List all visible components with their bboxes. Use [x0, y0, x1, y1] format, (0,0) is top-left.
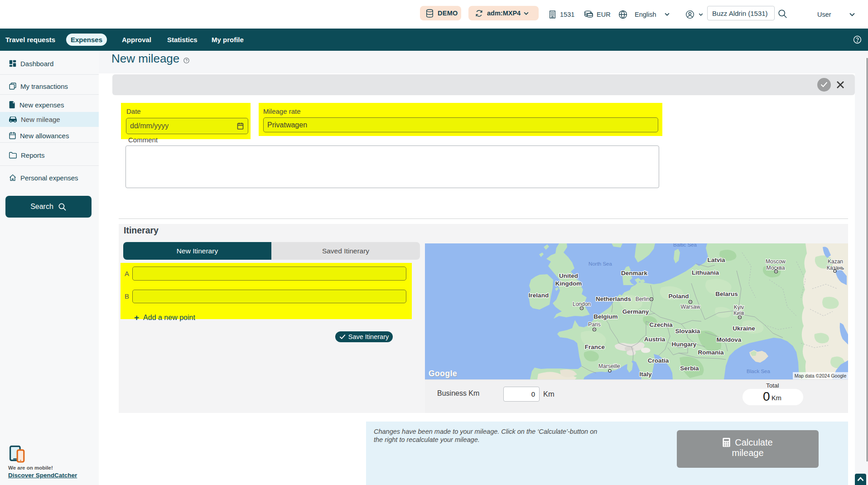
svg-text:Paris: Paris [588, 321, 600, 328]
svg-text:Baltic Sea: Baltic Sea [673, 243, 697, 247]
svg-text:Slovakia: Slovakia [675, 328, 700, 335]
svg-text:Italy: Italy [639, 371, 652, 378]
svg-text:Kyiv: Kyiv [734, 304, 744, 310]
svg-text:Belgium: Belgium [593, 313, 617, 320]
svg-text:Hungary: Hungary [672, 341, 697, 348]
svg-text:Black Sea: Black Sea [747, 369, 770, 374]
svg-text:Moldova: Moldova [717, 336, 742, 343]
svg-text:France: France [585, 344, 605, 350]
svg-text:Poland: Poland [668, 293, 689, 300]
svg-text:Netherlands: Netherlands [596, 296, 631, 302]
svg-text:Denmark: Denmark [621, 270, 647, 276]
svg-text:Map data ©2024 Google: Map data ©2024 Google [795, 373, 847, 378]
svg-text:Romania: Romania [698, 349, 724, 356]
svg-text:Latvia: Latvia [707, 257, 725, 263]
svg-text:Moscow: Moscow [766, 258, 786, 265]
svg-text:Marseille: Marseille [598, 363, 620, 369]
svg-text:Austria: Austria [644, 336, 665, 343]
svg-text:Kingdom: Kingdom [555, 280, 582, 287]
svg-text:Київ: Київ [733, 310, 744, 316]
svg-text:Ukraine: Ukraine [733, 325, 755, 332]
svg-text:Germany: Germany [622, 308, 649, 315]
svg-text:Croatia: Croatia [648, 357, 669, 364]
svg-text:Czechia: Czechia [649, 321, 673, 328]
svg-text:Warsaw: Warsaw [681, 304, 700, 310]
svg-text:Kazan: Kazan [828, 258, 843, 265]
svg-text:Ireland: Ireland [529, 292, 549, 299]
svg-text:North Sea: North Sea [588, 261, 612, 267]
svg-text:Berlin: Berlin [636, 296, 650, 302]
svg-text:Google: Google [429, 369, 457, 378]
svg-text:Belarus: Belarus [715, 291, 738, 297]
svg-text:Serbia: Serbia [680, 365, 699, 372]
svg-text:Lithuania: Lithuania [692, 269, 719, 276]
svg-text:United: United [559, 272, 578, 279]
